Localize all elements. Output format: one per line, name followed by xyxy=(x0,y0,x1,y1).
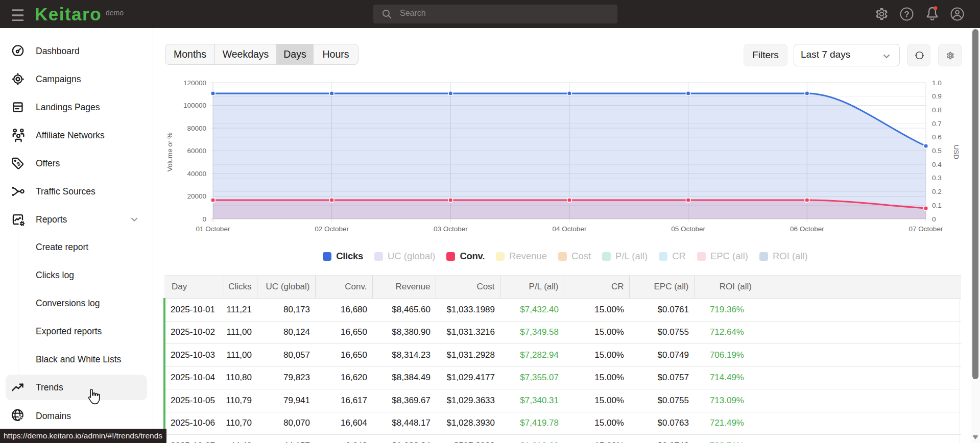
svg-text:0.1: 0.1 xyxy=(932,202,942,209)
svg-text:0.5: 0.5 xyxy=(932,147,942,155)
svg-text:1.0: 1.0 xyxy=(932,79,942,87)
svg-text:0.3: 0.3 xyxy=(932,174,942,182)
svg-text:0: 0 xyxy=(202,215,206,223)
svg-text:07 October: 07 October xyxy=(909,225,943,233)
svg-text:02 October: 02 October xyxy=(315,225,349,233)
svg-text:40000: 40000 xyxy=(187,170,206,178)
svg-text:0.6: 0.6 xyxy=(932,133,942,141)
svg-text:0.4: 0.4 xyxy=(932,161,942,168)
svg-text:120000: 120000 xyxy=(183,79,206,87)
svg-text:06 October: 06 October xyxy=(790,225,824,233)
svg-text:Volume or %: Volume or % xyxy=(166,133,174,172)
svg-text:0: 0 xyxy=(932,215,936,223)
svg-text:80000: 80000 xyxy=(187,125,206,132)
svg-text:05 October: 05 October xyxy=(671,225,705,233)
svg-text:03 October: 03 October xyxy=(434,225,468,233)
svg-text:0.2: 0.2 xyxy=(932,188,942,195)
svg-text:0.9: 0.9 xyxy=(932,92,942,100)
svg-text:04 October: 04 October xyxy=(553,225,587,233)
svg-text:100000: 100000 xyxy=(183,102,206,109)
svg-text:0.8: 0.8 xyxy=(932,106,942,114)
svg-text:20000: 20000 xyxy=(187,192,206,200)
svg-text:USD: USD xyxy=(952,145,960,160)
svg-text:01 October: 01 October xyxy=(196,225,230,233)
svg-text:0.7: 0.7 xyxy=(932,120,942,128)
svg-text:?: ? xyxy=(904,10,909,19)
svg-text:60000: 60000 xyxy=(187,147,206,155)
